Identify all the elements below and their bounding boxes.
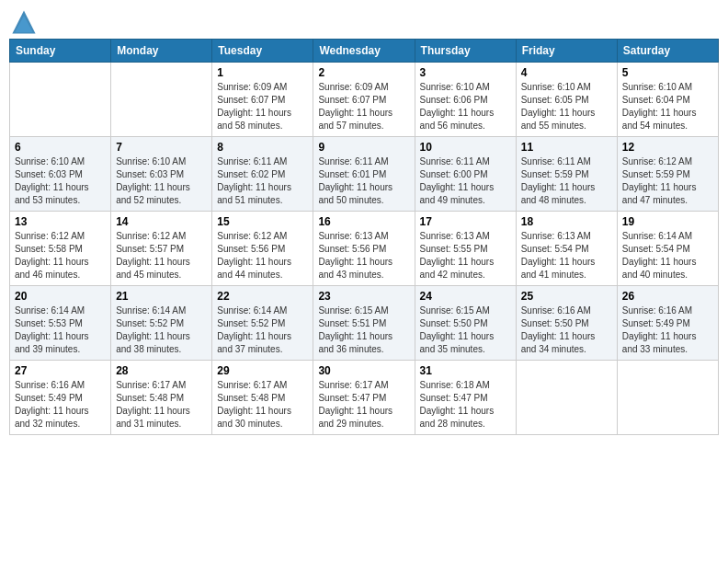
logo bbox=[9, 9, 37, 35]
calendar-cell: 2Sunrise: 6:09 AM Sunset: 6:07 PM Daylig… bbox=[313, 63, 415, 137]
day-number: 16 bbox=[318, 215, 409, 228]
day-number: 31 bbox=[420, 364, 511, 377]
day-number: 17 bbox=[420, 215, 511, 228]
day-info: Sunrise: 6:15 AM Sunset: 5:51 PM Dayligh… bbox=[318, 304, 409, 356]
day-number: 12 bbox=[622, 141, 713, 154]
calendar-cell: 30Sunrise: 6:17 AM Sunset: 5:47 PM Dayli… bbox=[313, 361, 415, 435]
calendar-cell: 22Sunrise: 6:14 AM Sunset: 5:52 PM Dayli… bbox=[212, 286, 313, 361]
day-header-thursday: Thursday bbox=[415, 40, 516, 63]
day-info: Sunrise: 6:17 AM Sunset: 5:48 PM Dayligh… bbox=[116, 379, 207, 431]
day-header-monday: Monday bbox=[111, 40, 212, 63]
day-header-sunday: Sunday bbox=[10, 40, 111, 63]
day-info: Sunrise: 6:10 AM Sunset: 6:06 PM Dayligh… bbox=[420, 81, 511, 132]
calendar-cell: 8Sunrise: 6:11 AM Sunset: 6:02 PM Daylig… bbox=[212, 137, 313, 212]
day-info: Sunrise: 6:13 AM Sunset: 5:55 PM Dayligh… bbox=[420, 230, 511, 282]
day-info: Sunrise: 6:16 AM Sunset: 5:49 PM Dayligh… bbox=[15, 379, 106, 431]
calendar-cell: 17Sunrise: 6:13 AM Sunset: 5:55 PM Dayli… bbox=[415, 212, 516, 286]
calendar-cell: 16Sunrise: 6:13 AM Sunset: 5:56 PM Dayli… bbox=[313, 212, 415, 286]
calendar-cell bbox=[516, 361, 617, 435]
calendar-cell: 28Sunrise: 6:17 AM Sunset: 5:48 PM Dayli… bbox=[111, 361, 212, 435]
day-info: Sunrise: 6:11 AM Sunset: 6:00 PM Dayligh… bbox=[420, 155, 511, 207]
calendar-cell: 23Sunrise: 6:15 AM Sunset: 5:51 PM Dayli… bbox=[313, 286, 415, 361]
calendar-cell: 15Sunrise: 6:12 AM Sunset: 5:56 PM Dayli… bbox=[212, 212, 313, 286]
day-number: 13 bbox=[15, 215, 106, 228]
generalblue-icon bbox=[11, 9, 37, 35]
day-info: Sunrise: 6:17 AM Sunset: 5:48 PM Dayligh… bbox=[217, 379, 308, 431]
calendar-cell bbox=[111, 63, 212, 137]
calendar-cell: 19Sunrise: 6:14 AM Sunset: 5:54 PM Dayli… bbox=[617, 212, 718, 286]
day-number: 28 bbox=[116, 364, 207, 377]
day-number: 4 bbox=[521, 66, 612, 79]
day-info: Sunrise: 6:10 AM Sunset: 6:04 PM Dayligh… bbox=[622, 81, 713, 132]
day-number: 11 bbox=[521, 141, 612, 154]
calendar-cell: 10Sunrise: 6:11 AM Sunset: 6:00 PM Dayli… bbox=[415, 137, 516, 212]
calendar-cell: 18Sunrise: 6:13 AM Sunset: 5:54 PM Dayli… bbox=[516, 212, 617, 286]
day-number: 10 bbox=[420, 141, 511, 154]
day-info: Sunrise: 6:16 AM Sunset: 5:49 PM Dayligh… bbox=[622, 304, 713, 356]
day-info: Sunrise: 6:13 AM Sunset: 5:54 PM Dayligh… bbox=[521, 230, 612, 282]
day-number: 24 bbox=[420, 290, 511, 303]
day-info: Sunrise: 6:10 AM Sunset: 6:03 PM Dayligh… bbox=[15, 155, 106, 207]
calendar-cell: 4Sunrise: 6:10 AM Sunset: 6:05 PM Daylig… bbox=[516, 63, 617, 137]
day-info: Sunrise: 6:14 AM Sunset: 5:52 PM Dayligh… bbox=[116, 304, 207, 356]
calendar-cell: 26Sunrise: 6:16 AM Sunset: 5:49 PM Dayli… bbox=[617, 286, 718, 361]
calendar-cell: 27Sunrise: 6:16 AM Sunset: 5:49 PM Dayli… bbox=[10, 361, 111, 435]
calendar-cell: 1Sunrise: 6:09 AM Sunset: 6:07 PM Daylig… bbox=[212, 63, 313, 137]
day-info: Sunrise: 6:16 AM Sunset: 5:50 PM Dayligh… bbox=[521, 304, 612, 356]
calendar-cell: 29Sunrise: 6:17 AM Sunset: 5:48 PM Dayli… bbox=[212, 361, 313, 435]
day-info: Sunrise: 6:11 AM Sunset: 6:02 PM Dayligh… bbox=[217, 155, 308, 207]
day-number: 19 bbox=[622, 215, 713, 228]
day-number: 22 bbox=[217, 290, 308, 303]
day-info: Sunrise: 6:09 AM Sunset: 6:07 PM Dayligh… bbox=[217, 81, 308, 132]
day-info: Sunrise: 6:14 AM Sunset: 5:52 PM Dayligh… bbox=[217, 304, 308, 356]
day-number: 30 bbox=[318, 364, 409, 377]
day-number: 29 bbox=[217, 364, 308, 377]
day-info: Sunrise: 6:18 AM Sunset: 5:47 PM Dayligh… bbox=[420, 379, 511, 431]
day-info: Sunrise: 6:12 AM Sunset: 5:58 PM Dayligh… bbox=[15, 230, 106, 282]
day-header-wednesday: Wednesday bbox=[313, 40, 415, 63]
day-number: 9 bbox=[318, 141, 409, 154]
day-header-tuesday: Tuesday bbox=[212, 40, 313, 63]
day-number: 3 bbox=[420, 66, 511, 79]
calendar-cell bbox=[10, 63, 111, 137]
calendar-cell: 24Sunrise: 6:15 AM Sunset: 5:50 PM Dayli… bbox=[415, 286, 516, 361]
calendar-cell: 14Sunrise: 6:12 AM Sunset: 5:57 PM Dayli… bbox=[111, 212, 212, 286]
day-info: Sunrise: 6:12 AM Sunset: 5:59 PM Dayligh… bbox=[622, 155, 713, 207]
day-number: 15 bbox=[217, 215, 308, 228]
calendar-cell: 13Sunrise: 6:12 AM Sunset: 5:58 PM Dayli… bbox=[10, 212, 111, 286]
day-number: 26 bbox=[622, 290, 713, 303]
day-number: 14 bbox=[116, 215, 207, 228]
day-number: 5 bbox=[622, 66, 713, 79]
day-number: 2 bbox=[318, 66, 409, 79]
calendar-cell: 6Sunrise: 6:10 AM Sunset: 6:03 PM Daylig… bbox=[10, 137, 111, 212]
calendar-cell: 5Sunrise: 6:10 AM Sunset: 6:04 PM Daylig… bbox=[617, 63, 718, 137]
calendar-cell: 25Sunrise: 6:16 AM Sunset: 5:50 PM Dayli… bbox=[516, 286, 617, 361]
day-info: Sunrise: 6:14 AM Sunset: 5:54 PM Dayligh… bbox=[622, 230, 713, 282]
day-info: Sunrise: 6:10 AM Sunset: 6:05 PM Dayligh… bbox=[521, 81, 612, 132]
calendar: SundayMondayTuesdayWednesdayThursdayFrid… bbox=[9, 39, 719, 435]
day-number: 1 bbox=[217, 66, 308, 79]
calendar-cell: 20Sunrise: 6:14 AM Sunset: 5:53 PM Dayli… bbox=[10, 286, 111, 361]
day-number: 8 bbox=[217, 141, 308, 154]
day-number: 20 bbox=[15, 290, 106, 303]
day-number: 21 bbox=[116, 290, 207, 303]
day-number: 27 bbox=[15, 364, 106, 377]
day-info: Sunrise: 6:12 AM Sunset: 5:57 PM Dayligh… bbox=[116, 230, 207, 282]
day-info: Sunrise: 6:09 AM Sunset: 6:07 PM Dayligh… bbox=[318, 81, 409, 132]
day-info: Sunrise: 6:12 AM Sunset: 5:56 PM Dayligh… bbox=[217, 230, 308, 282]
day-number: 18 bbox=[521, 215, 612, 228]
day-number: 6 bbox=[15, 141, 106, 154]
calendar-cell: 12Sunrise: 6:12 AM Sunset: 5:59 PM Dayli… bbox=[617, 137, 718, 212]
day-info: Sunrise: 6:10 AM Sunset: 6:03 PM Dayligh… bbox=[116, 155, 207, 207]
calendar-cell: 9Sunrise: 6:11 AM Sunset: 6:01 PM Daylig… bbox=[313, 137, 415, 212]
day-info: Sunrise: 6:15 AM Sunset: 5:50 PM Dayligh… bbox=[420, 304, 511, 356]
day-number: 25 bbox=[521, 290, 612, 303]
day-header-saturday: Saturday bbox=[617, 40, 718, 63]
day-info: Sunrise: 6:11 AM Sunset: 5:59 PM Dayligh… bbox=[521, 155, 612, 207]
day-number: 23 bbox=[318, 290, 409, 303]
calendar-cell: 7Sunrise: 6:10 AM Sunset: 6:03 PM Daylig… bbox=[111, 137, 212, 212]
calendar-cell: 3Sunrise: 6:10 AM Sunset: 6:06 PM Daylig… bbox=[415, 63, 516, 137]
calendar-cell: 21Sunrise: 6:14 AM Sunset: 5:52 PM Dayli… bbox=[111, 286, 212, 361]
day-info: Sunrise: 6:13 AM Sunset: 5:56 PM Dayligh… bbox=[318, 230, 409, 282]
calendar-cell: 11Sunrise: 6:11 AM Sunset: 5:59 PM Dayli… bbox=[516, 137, 617, 212]
